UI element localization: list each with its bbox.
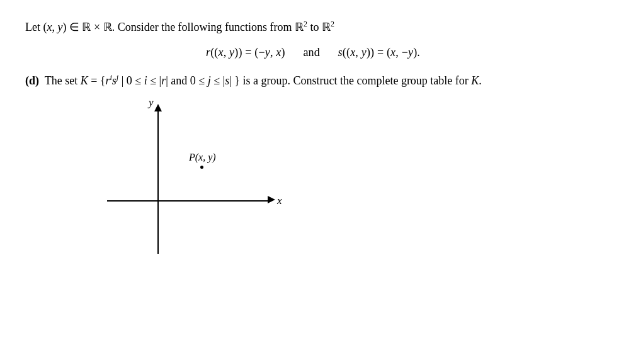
s-formula-args: ((x, y)) = (x, −y). [343, 46, 420, 59]
part-d-label: (d) [25, 74, 39, 87]
y-axis [157, 109, 159, 254]
x-axis-label: x [277, 195, 282, 207]
x-axis-arrowhead [268, 196, 275, 203]
x-axis [107, 200, 271, 202]
point-dot [200, 166, 203, 169]
and-word: and [303, 46, 320, 59]
part-d: (d) The set K = {risj | 0 ≤ i ≤ |r| and … [25, 72, 601, 90]
coordinate-system: y x P(x, y) [107, 109, 296, 285]
formula-line: r((x, y)) = (−y, x) and s((x, y)) = (x, … [25, 46, 601, 59]
point-label: P(x, y) [189, 152, 216, 163]
y-axis-label: y [149, 96, 154, 109]
r-formula-args: ((x, y)) = (−y, x) [210, 46, 285, 59]
intro-line: Let (x, y) ∈ ℝ × ℝ. Consider the followi… [25, 19, 601, 36]
s-formula: s [338, 46, 343, 59]
